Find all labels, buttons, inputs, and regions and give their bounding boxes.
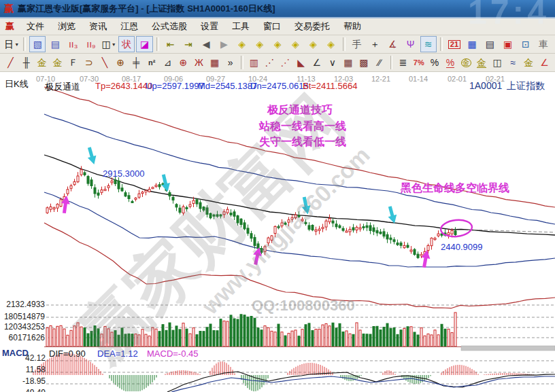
spiral-icon[interactable]: ⊃ xyxy=(82,54,96,71)
notes-icon[interactable]: ▤ xyxy=(482,36,498,52)
fibo-ruler-icon[interactable]: Ｆ xyxy=(66,54,80,71)
inner-top-line xyxy=(44,114,555,224)
menu-bar: 赢 文件浏览资讯江恩公式选股设置工具窗口交易委托帮助 xyxy=(0,18,555,35)
pattern-tool-icon[interactable]: 状 xyxy=(118,36,135,52)
last-bar-icon[interactable]: ⇥ xyxy=(180,36,197,52)
channel-lines xyxy=(44,87,555,308)
bars-3min-icon[interactable]: ıı₃ xyxy=(65,36,82,52)
box-grid-icon[interactable]: ▥ xyxy=(247,54,261,71)
life-line xyxy=(44,155,555,235)
menu-tools[interactable]: 工具 xyxy=(225,19,256,34)
wave-tool-icon[interactable]: ≈ xyxy=(506,54,520,71)
signal-arrow-down-1 xyxy=(85,146,99,166)
menu-news[interactable]: 资讯 xyxy=(82,19,114,34)
gann-diamond-x-icon[interactable]: ◈ xyxy=(287,36,303,52)
menu-help[interactable]: 帮助 xyxy=(337,19,368,34)
gann-flower-icon[interactable]: Ψ xyxy=(402,36,418,52)
outer-bottom-line xyxy=(44,223,555,308)
prev-bar-icon[interactable]: ◀ xyxy=(198,36,214,52)
n-square-icon[interactable]: n² xyxy=(145,54,159,71)
crosshair-tool-icon[interactable]: ＋ xyxy=(367,36,383,52)
gann-diamond-cross-icon[interactable]: ◈ xyxy=(323,36,339,52)
gold-line-icon[interactable]: 金 xyxy=(475,54,489,71)
bars-9min-icon[interactable]: ıı₉ xyxy=(83,36,99,52)
gann-diamond-h-icon[interactable]: ◈ xyxy=(269,36,286,52)
menu-file[interactable]: 文件 xyxy=(20,19,51,34)
time-ruler-icon[interactable]: ╪ xyxy=(129,54,144,71)
menu-browse[interactable]: 浏览 xyxy=(51,19,82,34)
gann-diamond-left-icon[interactable]: ◈ xyxy=(234,36,250,52)
next-bar-icon[interactable]: ▶ xyxy=(216,36,232,52)
dense-grid-icon[interactable]: ▦ xyxy=(207,54,222,71)
toolbar-main: 日▼▧▤ıı₃ıı₉◫▼状◪⇤⇥◀▶◈◈◈◈◈◈手＋∡Ψ≋21▦▤▣⊡車 xyxy=(0,35,555,54)
toolbar-separator xyxy=(390,56,393,69)
smart-analysis-icon[interactable]: ≋ xyxy=(420,36,437,52)
menu-trade[interactable]: 交易委托 xyxy=(288,19,337,34)
measure-tool-icon[interactable]: ∡ xyxy=(384,36,401,52)
angle-lines-icon[interactable]: ∠ xyxy=(309,54,324,71)
chart-canvas[interactable] xyxy=(0,73,555,392)
gold-grid-icon[interactable]: 金 xyxy=(35,54,49,71)
more-tools-icon[interactable]: » xyxy=(223,54,237,71)
gold-circle-icon[interactable]: 金 xyxy=(459,54,473,71)
toolbar-drawing: ╱╫金金Ｆ⊃╲⊕╪n²⊿⊕Ж▦»▥⋰⋰◣∠∨▦▩∕∕≣7%%%金金◫≈金∠ xyxy=(0,54,555,72)
toolbar-separator xyxy=(343,37,346,51)
grid-a-icon[interactable]: ▦ xyxy=(341,54,355,71)
axis-tool-icon[interactable]: ∠ xyxy=(537,54,552,71)
inner-bottom-line xyxy=(44,192,555,267)
gold-grid2-icon[interactable]: 金 xyxy=(50,54,65,71)
gann-circle-icon[interactable]: ⊕ xyxy=(114,54,128,71)
title-bar: 赢 赢家江恩专业版[赢家服务平台] - [上证指数 SH1A0001-160日K… xyxy=(0,0,555,18)
hand-tool-icon[interactable]: 手 xyxy=(349,36,365,52)
web-tool-icon[interactable]: Ж xyxy=(192,54,206,71)
zigzag-icon[interactable]: ∨ xyxy=(325,54,339,71)
mdi-system-icon[interactable]: 赢 xyxy=(5,20,14,33)
menu-gann[interactable]: 江恩 xyxy=(114,19,145,34)
percent-line-icon[interactable]: % xyxy=(443,54,457,71)
first-bar-icon[interactable]: ⇤ xyxy=(163,36,179,52)
menu-window[interactable]: 窗口 xyxy=(256,19,288,34)
grid-b-icon[interactable]: ▩ xyxy=(356,54,371,71)
trade-cart-icon[interactable]: 車 xyxy=(535,36,552,52)
parallel-lines-icon[interactable]: ∕∕ xyxy=(372,54,386,71)
draw-pen-icon[interactable]: ╱ xyxy=(3,54,18,71)
gann-diamond-plus-icon[interactable]: ◈ xyxy=(305,36,321,52)
menu-settings[interactable]: 设置 xyxy=(194,19,225,34)
app-window: { "window": { "title": "赢家江恩专业版[赢家服务平台] … xyxy=(0,0,555,392)
candlesticks xyxy=(46,166,456,259)
angle-tool-icon[interactable]: ⊿ xyxy=(161,54,175,71)
window-title: 赢家江恩专业版[赢家服务平台] - [上证指数 SH1A0001-160日K线] xyxy=(18,3,275,15)
save-icon[interactable]: ▣ xyxy=(499,36,516,52)
percent-icon[interactable]: % xyxy=(427,54,441,71)
fan-solid-icon[interactable]: ◣ xyxy=(294,54,308,71)
period-selector-icon[interactable]: 日▼ xyxy=(3,36,20,52)
price-scale-icon[interactable]: ≣ xyxy=(396,54,410,71)
toolbar-separator xyxy=(23,37,26,51)
gold-line2-icon[interactable]: 金 xyxy=(522,54,536,71)
export-icon[interactable]: ⊡ xyxy=(518,36,534,52)
percent7-icon[interactable]: 7% xyxy=(411,54,426,71)
draw-pen2-icon[interactable]: ╲ xyxy=(97,54,112,71)
scrollbar-track[interactable] xyxy=(461,346,555,351)
toolbar-separator xyxy=(440,37,443,51)
candle-pen-icon[interactable]: ◫ xyxy=(490,54,505,71)
gann-diamond-right-icon[interactable]: ◈ xyxy=(252,36,268,52)
fan-lines2-icon[interactable]: ⋰ xyxy=(278,54,292,71)
toolbar-separator xyxy=(156,37,159,51)
color-histogram-icon[interactable]: ◪ xyxy=(136,36,152,52)
app-logo-icon: 赢 xyxy=(4,3,14,15)
pattern-view-icon[interactable]: ▧ xyxy=(29,36,46,52)
menu-formula-picker[interactable]: 公式选股 xyxy=(145,19,194,34)
info-panel-icon[interactable]: ▤ xyxy=(47,36,63,52)
toolbar-separator xyxy=(241,56,243,69)
gann-ruler-icon[interactable]: ╫ xyxy=(19,54,33,71)
target-circle-icon[interactable]: ⊕ xyxy=(176,54,190,71)
calculator-icon[interactable]: ▦ xyxy=(464,36,480,52)
calendar-icon[interactable]: 21 xyxy=(446,36,462,52)
candle-style-icon[interactable]: ◫▼ xyxy=(101,36,117,52)
fan-lines-icon[interactable]: ⋰ xyxy=(263,54,277,71)
signal-arrow-down-3 xyxy=(300,196,312,215)
chart-area[interactable] xyxy=(0,73,555,392)
